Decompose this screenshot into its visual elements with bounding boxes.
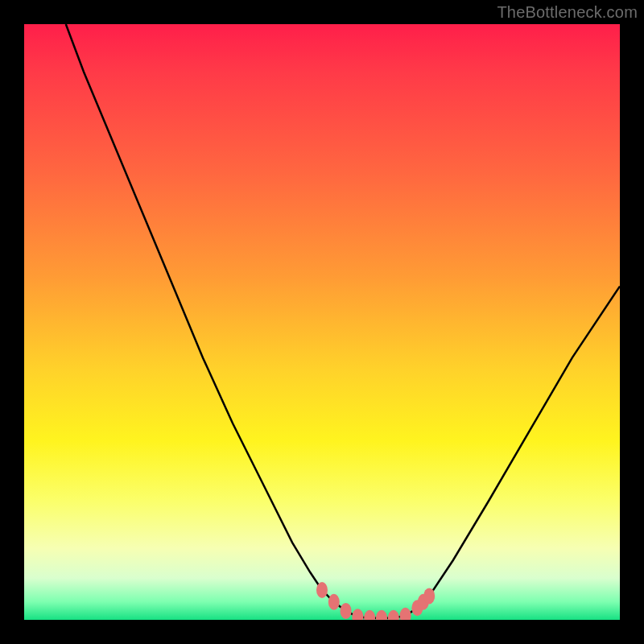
curve-marker (364, 610, 375, 620)
curve-marker (328, 594, 340, 610)
chart-frame: TheBottleneck.com (0, 0, 644, 644)
curve-marker (341, 603, 352, 619)
curve-markers (316, 582, 435, 620)
curve-marker (400, 608, 411, 620)
curve-marker (376, 610, 387, 620)
watermark-text: TheBottleneck.com (497, 3, 638, 22)
plot-area (24, 24, 620, 620)
curve-marker (423, 588, 435, 604)
curve-marker (352, 609, 363, 620)
bottleneck-curve (24, 24, 620, 620)
curve-marker (388, 610, 399, 620)
curve-marker (316, 582, 328, 598)
curve-path (66, 24, 620, 618)
